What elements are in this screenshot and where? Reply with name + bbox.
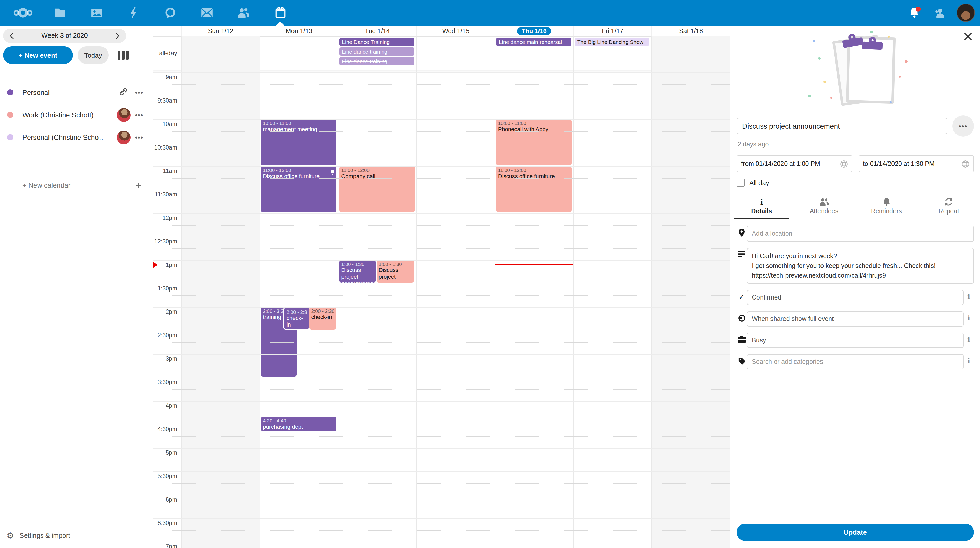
location-input[interactable] (747, 226, 974, 242)
availability-select[interactable]: Busy (747, 333, 964, 348)
calendar-menu-icon[interactable]: ••• (135, 133, 143, 141)
event-chip[interactable]: 11:00 - 12:00Discuss office furniture (261, 166, 336, 212)
next-week-button[interactable] (109, 29, 126, 43)
availability-info-icon[interactable]: i (964, 336, 974, 344)
all-day-event-chip[interactable]: Line dance main rehearsal (496, 38, 571, 46)
previous-week-button[interactable] (3, 29, 20, 43)
new-event-button[interactable]: + New event (3, 46, 73, 64)
event-more-actions-button[interactable]: ••• (953, 115, 974, 137)
all-day-checkbox-label[interactable]: All day (749, 179, 769, 186)
event-title: Discuss project announcement (341, 267, 374, 283)
reminder-bell-icon (855, 197, 918, 206)
event-time: 11:00 - 12:00 (498, 167, 570, 173)
categories-info-icon[interactable]: i (964, 357, 974, 365)
tab-reminders[interactable]: Reminders (855, 195, 918, 219)
day-header[interactable]: Fri 1/17 (573, 25, 652, 36)
day-column[interactable] (181, 70, 259, 548)
all-day-column[interactable] (416, 36, 495, 70)
contacts-people-icon[interactable] (233, 0, 254, 25)
week-label[interactable]: Week 3 of 2020 (20, 29, 109, 43)
notifications-bell-icon[interactable] (905, 4, 923, 21)
day-header[interactable]: Sat 1/18 (652, 25, 730, 36)
settings-import-button[interactable]: ⚙ Settings & import (0, 529, 153, 542)
share-link-icon[interactable] (119, 87, 128, 98)
all-day-toggle-row: All day (737, 179, 974, 187)
calendar-list-item[interactable]: Work (Christine Schott)••• (0, 107, 153, 122)
status-info-icon[interactable]: i (964, 293, 974, 301)
all-day-column[interactable] (181, 36, 259, 70)
start-datetime-field[interactable]: from 01/14/2020 at 1:00 PM (737, 155, 852, 172)
all-day-event-chip[interactable]: Line dance training (339, 48, 414, 56)
categories-input[interactable]: Search or add categories (747, 354, 964, 370)
mail-envelope-icon[interactable] (196, 0, 218, 25)
activity-bolt-icon[interactable] (123, 0, 144, 25)
all-day-row: all-day Line Dance TrainingLine dance tr… (153, 36, 730, 70)
event-chip[interactable]: 1:00 - 1:30Discuss project (377, 260, 414, 283)
time-axis-label: 7pm (153, 543, 177, 548)
event-title-input[interactable] (737, 118, 947, 134)
day-column[interactable] (416, 70, 495, 548)
contacts-menu-icon[interactable] (931, 4, 948, 21)
time-axis-label: 4:30pm (153, 426, 177, 432)
all-day-column[interactable] (652, 36, 730, 70)
description-textarea[interactable]: Hi Carl! are you in next week? I got som… (747, 248, 974, 284)
calendar-menu-icon[interactable]: ••• (135, 89, 143, 96)
today-button[interactable]: Today (78, 46, 109, 64)
tab-attendees[interactable]: Attendees (793, 195, 856, 219)
day-header[interactable]: Thu 1/16 (495, 25, 573, 36)
files-folder-icon[interactable] (49, 0, 70, 25)
visibility-info-icon[interactable]: i (964, 315, 974, 322)
all-day-event-chip[interactable]: Line dance training (339, 57, 414, 65)
time-axis-label: 10:30am (153, 145, 177, 151)
day-column[interactable]: 11:00 - 12:00Company call1:00 - 1:30Disc… (338, 70, 416, 548)
calendar-name: Personal (22, 89, 50, 96)
calendar-list-item[interactable]: Personal••• (0, 85, 153, 100)
day-column[interactable] (652, 70, 730, 548)
day-column[interactable]: 10:00 - 11:00Phonecall with Abby11:00 - … (495, 70, 573, 548)
repeat-icon (918, 197, 980, 206)
day-header[interactable]: Tue 1/14 (338, 25, 416, 36)
day-header[interactable]: Sun 1/12 (181, 25, 259, 36)
photos-icon[interactable] (86, 0, 107, 25)
all-day-checkbox[interactable] (737, 179, 745, 187)
timezone-globe-icon[interactable] (840, 160, 848, 168)
user-avatar[interactable] (956, 3, 975, 22)
nextcloud-logo-icon[interactable] (12, 0, 34, 25)
week-view-icon[interactable] (118, 51, 129, 60)
calendar-icon[interactable] (269, 0, 291, 25)
status-select[interactable]: Confirmed (747, 290, 964, 305)
day-header-row: Sun 1/12Mon 1/13Tue 1/14Wed 1/15Thu 1/16… (153, 25, 730, 37)
day-column[interactable] (573, 70, 652, 548)
all-day-event-chip[interactable]: The Big Line Dancing Show (575, 38, 649, 46)
event-chip[interactable]: 2:00 - 2:30check-in (283, 307, 310, 330)
event-chip[interactable]: 4:20 - 4:40purchasing dept (261, 417, 336, 431)
gear-icon: ⚙ (6, 531, 14, 540)
app-icons (12, 0, 291, 25)
new-calendar-button[interactable]: + New calendar + (0, 178, 153, 193)
end-datetime-field[interactable]: to 01/14/2020 at 1:30 PM (858, 155, 974, 172)
all-day-column[interactable] (259, 36, 338, 70)
day-column[interactable]: 10:00 - 11:00management meeting11:00 - 1… (259, 70, 338, 548)
visibility-select[interactable]: When shared show full event (747, 311, 964, 327)
update-button[interactable]: Update (737, 524, 974, 541)
calendar-menu-icon[interactable]: ••• (135, 111, 143, 119)
all-day-column[interactable]: The Big Line Dancing Show (573, 36, 652, 70)
all-day-event-chip[interactable]: Line Dance Training (339, 38, 414, 46)
time-grid[interactable]: 10:00 - 11:00management meeting11:00 - 1… (153, 70, 730, 548)
event-chip[interactable]: 11:00 - 12:00Company call (339, 166, 415, 212)
time-axis-label: 6pm (153, 496, 177, 503)
tab-repeat[interactable]: Repeat (918, 195, 980, 219)
event-chip[interactable]: 2:00 - 2:30check-in (309, 307, 336, 330)
event-chip[interactable]: 10:00 - 11:00management meeting (261, 119, 336, 165)
calendar-list-item[interactable]: Personal (Christine Scho…••• (0, 130, 153, 145)
event-chip[interactable]: 1:00 - 1:30Discuss project announcement (339, 260, 375, 283)
all-day-column[interactable]: Line dance main rehearsal (495, 36, 573, 70)
timezone-globe-icon[interactable] (962, 160, 969, 168)
day-header[interactable]: Wed 1/15 (416, 25, 495, 36)
event-chip[interactable]: 10:00 - 11:00Phonecall with Abby (496, 119, 572, 165)
all-day-column[interactable]: Line Dance TrainingLine dance trainingLi… (338, 36, 416, 70)
talk-bubble-icon[interactable] (159, 0, 181, 25)
event-chip[interactable]: 11:00 - 12:00Discuss office furniture (496, 166, 572, 212)
tab-details[interactable]: i Details (730, 195, 793, 219)
day-header[interactable]: Mon 1/13 (259, 25, 338, 36)
